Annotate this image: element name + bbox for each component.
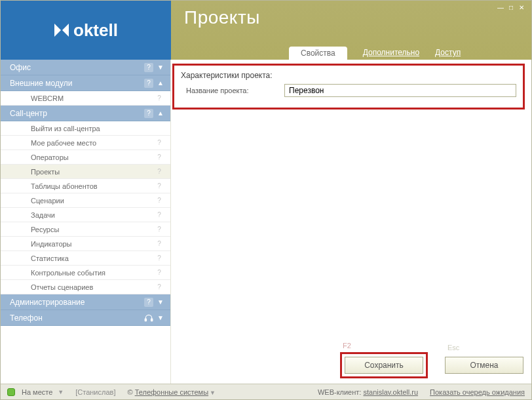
help-icon[interactable]: ?	[155, 225, 164, 234]
sidebar-item-label: WEBCRM	[31, 94, 64, 102]
sidebar-item-label: Отчеты сценариев	[31, 283, 93, 291]
chevron-down-icon: ▼	[58, 389, 64, 395]
help-icon[interactable]: ?	[144, 109, 153, 118]
highlighted-form: Характеристики проекта: Название проекта…	[172, 64, 525, 110]
help-icon[interactable]: ?	[155, 196, 164, 205]
help-icon[interactable]: ?	[155, 268, 164, 277]
form-heading: Характеристики проекта:	[181, 71, 516, 80]
sidebar-item-label: Индикаторы	[31, 240, 72, 248]
save-button[interactable]: Сохранить	[345, 357, 423, 374]
svg-rect-1	[151, 319, 153, 321]
sidebar-item-scenario-reports[interactable]: Отчеты сценариев ?	[1, 280, 170, 294]
logo-icon	[54, 22, 69, 38]
sidebar-item-control-events[interactable]: Контрольные события ?	[1, 266, 170, 280]
tab-access[interactable]: Доступ	[435, 48, 461, 60]
sidebar-item-statistics[interactable]: Статистика ?	[1, 251, 170, 266]
sidebar-item-indicators[interactable]: Индикаторы ?	[1, 237, 170, 251]
app-window: oktell — □ ✕ Проекты Свойства Дополнител…	[0, 0, 532, 400]
save-col: F2 Сохранить	[340, 342, 428, 378]
sidebar-group-label: Офис	[10, 63, 31, 72]
status-copyright: © Телефонные системы▼	[127, 388, 216, 396]
minimize-icon[interactable]: —	[496, 3, 505, 11]
tab-properties[interactable]: Свойства	[289, 47, 347, 60]
sidebar-item-label: Задачи	[31, 211, 55, 219]
sidebar-item-exit-cc[interactable]: Выйти из call-центра	[1, 121, 170, 136]
sidebar-item-workplace[interactable]: Мое рабочее место ?	[1, 136, 170, 150]
brand-logo: oktell	[1, 1, 171, 60]
brand-name: oktell	[73, 20, 118, 41]
sidebar-group-external[interactable]: Внешние модули ? ▲	[1, 75, 170, 91]
header: oktell — □ ✕ Проекты Свойства Дополнител…	[1, 1, 531, 60]
help-icon[interactable]: ?	[144, 79, 153, 88]
window-controls: — □ ✕	[496, 3, 526, 11]
form-row-name: Название проекта:	[181, 84, 516, 97]
presence-label: На месте	[22, 388, 52, 396]
close-icon[interactable]: ✕	[517, 3, 526, 11]
sidebar-item-scenarios[interactable]: Сценарии ?	[1, 193, 170, 208]
sidebar: Офис ? ▼ Внешние модули ? ▲ WEBCRM ?	[1, 60, 171, 384]
status-bar: На месте ▼ [Станислав] © Телефонные сист…	[1, 384, 531, 399]
svg-rect-0	[145, 319, 146, 321]
help-icon[interactable]: ?	[144, 63, 153, 72]
sidebar-item-tasks[interactable]: Задачи ?	[1, 208, 170, 222]
status-user: [Станислав]	[75, 388, 115, 396]
highlighted-save: Сохранить	[340, 352, 428, 378]
help-icon[interactable]: ?	[155, 167, 164, 176]
sidebar-item-label: Операторы	[31, 153, 69, 161]
tabs: Свойства Дополнительно Доступ	[289, 47, 461, 60]
chevron-down-icon: ▼	[157, 298, 164, 306]
sidebar-item-label: Статистика	[31, 254, 69, 262]
action-buttons: F2 Сохранить Esc Отмена	[340, 342, 523, 378]
web-link[interactable]: stanislav.oktell.ru	[363, 388, 418, 396]
sidebar-item-label: Сценарии	[31, 197, 64, 205]
chevron-down-icon: ▼	[157, 314, 164, 321]
project-name-label: Название проекта:	[181, 87, 279, 94]
status-web: WEB-клиент: stanislav.oktell.ru	[318, 388, 418, 396]
sidebar-item-label: Выйти из call-центра	[31, 125, 100, 132]
body: Офис ? ▼ Внешние модули ? ▲ WEBCRM ?	[1, 60, 531, 384]
help-icon[interactable]: ?	[155, 138, 164, 148]
sidebar-item-label: Таблицы абонентов	[31, 182, 98, 190]
help-icon[interactable]: ?	[155, 283, 164, 292]
help-icon[interactable]: ?	[155, 182, 164, 191]
sidebar-spacer	[1, 326, 170, 384]
help-icon[interactable]: ?	[155, 254, 164, 263]
sidebar-item-operators[interactable]: Операторы ?	[1, 150, 170, 165]
sidebar-item-webcrm[interactable]: WEBCRM ?	[1, 91, 170, 106]
sidebar-group-admin[interactable]: Администрирование ? ▼	[1, 294, 170, 310]
copyright-link[interactable]: Телефонные системы	[135, 388, 208, 396]
project-name-input[interactable]	[284, 84, 516, 97]
chevron-down-icon: ▼	[210, 390, 216, 396]
status-presence[interactable]: На месте ▼	[7, 388, 64, 396]
chevron-up-icon: ▲	[157, 110, 164, 117]
web-label: WEB-клиент:	[318, 388, 362, 396]
sidebar-group-phone[interactable]: Телефон ▼	[1, 310, 170, 326]
sidebar-item-projects[interactable]: Проекты ?	[1, 165, 170, 179]
sidebar-item-resources[interactable]: Ресурсы ?	[1, 222, 170, 237]
sidebar-item-label: Проекты	[31, 168, 60, 176]
page-title: Проекты	[184, 7, 518, 28]
headset-icon	[144, 313, 153, 323]
sidebar-group-label: Внешние модули	[10, 79, 72, 88]
help-icon[interactable]: ?	[144, 298, 153, 307]
tab-additional[interactable]: Дополнительно	[363, 48, 419, 60]
sidebar-item-label: Мое рабочее место	[31, 139, 96, 147]
sidebar-item-subscriber-tables[interactable]: Таблицы абонентов ?	[1, 179, 170, 193]
sidebar-group-callcenter[interactable]: Call-центр ? ▲	[1, 106, 170, 121]
save-hint: F2	[340, 342, 351, 350]
help-icon[interactable]: ?	[155, 94, 164, 103]
help-icon[interactable]: ?	[155, 210, 164, 220]
chevron-down-icon: ▼	[157, 64, 164, 71]
sidebar-item-label: Контрольные события	[31, 269, 105, 277]
cancel-button[interactable]: Отмена	[445, 357, 523, 374]
help-icon[interactable]: ?	[155, 239, 164, 249]
sidebar-group-label: Call-центр	[10, 109, 47, 118]
content-area: Характеристики проекта: Название проекта…	[171, 60, 531, 384]
sidebar-group-label: Телефон	[10, 313, 43, 323]
chevron-up-icon: ▲	[157, 79, 164, 87]
queue-link[interactable]: Показать очередь ожидания	[430, 388, 525, 396]
sidebar-group-office[interactable]: Офис ? ▼	[1, 60, 170, 75]
presence-dot-icon	[7, 388, 15, 396]
help-icon[interactable]: ?	[155, 153, 164, 162]
maximize-icon[interactable]: □	[506, 3, 516, 11]
